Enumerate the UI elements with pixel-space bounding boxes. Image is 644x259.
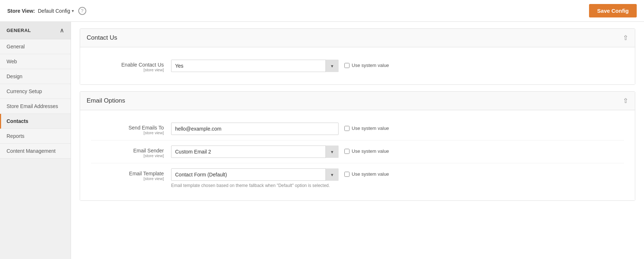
send-emails-to-controls: Use system value (171, 123, 624, 135)
sidebar-section-general[interactable]: GENERAL ∧ (0, 22, 71, 39)
contact-us-body: Enable Contact Us [store view] Yes No ▾ (80, 47, 635, 84)
send-emails-to-system-value-checkbox[interactable] (344, 126, 349, 131)
sidebar-item-design[interactable]: Design (0, 69, 71, 84)
email-options-section-header[interactable]: Email Options ⇧ (80, 92, 635, 110)
send-emails-to-input[interactable] (171, 123, 339, 135)
email-template-select-wrapper: Contact Form (Default) ▾ (171, 168, 339, 181)
email-options-body: Send Emails To [store view] Use system v… (80, 110, 635, 200)
enable-contact-us-label-group: Enable Contact Us [store view] (91, 60, 171, 72)
enable-contact-us-select[interactable]: Yes No (171, 60, 339, 72)
email-template-system-value-checkbox[interactable] (344, 172, 349, 177)
email-template-select[interactable]: Contact Form (Default) (171, 168, 339, 181)
store-view-chevron-icon: ▾ (72, 8, 74, 13)
sidebar-item-general[interactable]: General (0, 39, 71, 54)
email-template-help-text: Email template chosen based on theme fal… (171, 183, 339, 188)
sidebar: GENERAL ∧ General Web Design Currency Se… (0, 22, 71, 259)
send-emails-to-sublabel: [store view] (91, 131, 164, 135)
email-sender-system-value[interactable]: Use system value (344, 146, 389, 154)
content-area: Contact Us ⇧ Enable Contact Us [store vi… (71, 22, 644, 259)
email-options-toggle-icon: ⇧ (623, 97, 628, 105)
sidebar-item-reports[interactable]: Reports (0, 129, 71, 144)
enable-contact-us-row: Enable Contact Us [store view] Yes No ▾ (91, 55, 624, 77)
sidebar-item-web[interactable]: Web (0, 54, 71, 69)
email-template-row: Email Template [store view] Contact Form… (91, 163, 624, 193)
contact-us-title: Contact Us (87, 34, 117, 41)
send-emails-to-label: Send Emails To (91, 125, 164, 131)
sidebar-item-store-email-addresses[interactable]: Store Email Addresses (0, 99, 71, 114)
email-sender-system-value-checkbox[interactable] (344, 149, 349, 154)
email-template-sublabel: [store view] (91, 176, 164, 181)
store-view-selector[interactable]: Default Config ▾ (38, 8, 74, 14)
sidebar-item-currency-setup[interactable]: Currency Setup (0, 84, 71, 99)
store-view-label: Store View: (7, 8, 35, 14)
contact-us-section-header[interactable]: Contact Us ⇧ (80, 29, 635, 47)
send-emails-to-label-group: Send Emails To [store view] (91, 123, 171, 135)
email-template-system-value[interactable]: Use system value (344, 168, 389, 177)
enable-contact-us-system-value[interactable]: Use system value (344, 60, 389, 68)
enable-contact-us-label: Enable Contact Us (91, 62, 164, 68)
email-template-controls: Contact Form (Default) ▾ Email template … (171, 168, 624, 188)
contact-us-section: Contact Us ⇧ Enable Contact Us [store vi… (80, 28, 635, 85)
enable-contact-us-controls: Yes No ▾ Use system value (171, 60, 624, 72)
store-view-value: Default Config (38, 8, 70, 14)
save-config-button[interactable]: Save Config (589, 4, 637, 17)
email-sender-row: Email Sender [store view] Custom Email 1… (91, 140, 624, 163)
sidebar-section-label: GENERAL (7, 28, 31, 33)
enable-contact-us-select-wrapper: Yes No ▾ (171, 60, 339, 72)
enable-contact-us-system-value-checkbox[interactable] (344, 63, 349, 68)
top-bar: Store View: Default Config ▾ ? Save Conf… (0, 0, 644, 22)
email-sender-select-wrapper: Custom Email 1 Custom Email 2 General Co… (171, 146, 339, 158)
enable-contact-us-sublabel: [store view] (91, 68, 164, 72)
sidebar-item-contacts[interactable]: Contacts (0, 114, 71, 129)
sidebar-item-content-management[interactable]: Content Management (0, 144, 71, 159)
contact-us-toggle-icon: ⇧ (623, 34, 628, 42)
email-template-col: Contact Form (Default) ▾ Email template … (171, 168, 339, 188)
email-sender-select[interactable]: Custom Email 1 Custom Email 2 General Co… (171, 146, 339, 158)
email-sender-controls: Custom Email 1 Custom Email 2 General Co… (171, 146, 624, 158)
help-icon[interactable]: ? (78, 7, 86, 15)
email-options-title: Email Options (87, 97, 125, 104)
send-emails-to-system-value[interactable]: Use system value (344, 123, 389, 131)
email-sender-label: Email Sender (91, 148, 164, 154)
email-options-section: Email Options ⇧ Send Emails To [store vi… (80, 91, 635, 201)
email-template-label: Email Template (91, 171, 164, 176)
sidebar-collapse-icon: ∧ (60, 27, 64, 34)
main-layout: GENERAL ∧ General Web Design Currency Se… (0, 22, 644, 259)
email-sender-label-group: Email Sender [store view] (91, 146, 171, 158)
email-sender-sublabel: [store view] (91, 154, 164, 158)
email-template-label-group: Email Template [store view] (91, 168, 171, 181)
send-emails-to-row: Send Emails To [store view] Use system v… (91, 117, 624, 140)
